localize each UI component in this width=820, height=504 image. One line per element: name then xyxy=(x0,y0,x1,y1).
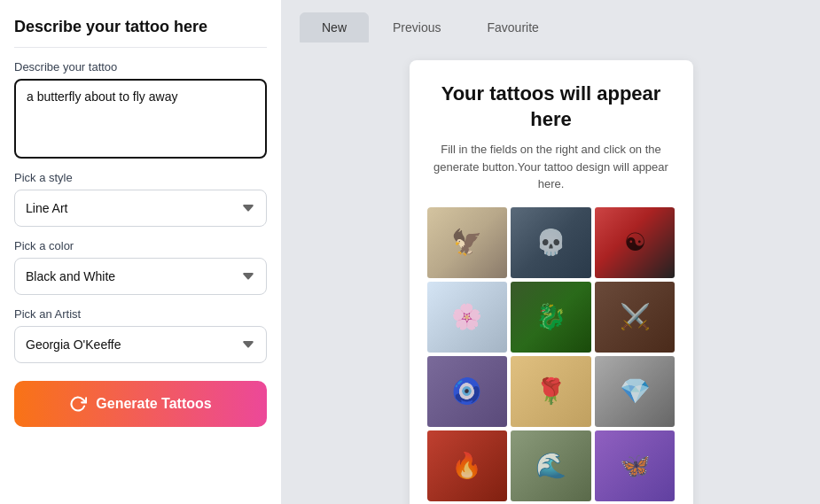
tattoo-thumb-5: 🐉 xyxy=(511,282,591,353)
tab-favourite[interactable]: Favourite xyxy=(465,12,560,43)
color-select[interactable]: Black and White Full Color Grayscale Pas… xyxy=(14,258,267,295)
artist-select[interactable]: Georgia O'Keeffe Salvador Dali Pablo Pic… xyxy=(14,326,267,363)
description-label: Describe your tattoo xyxy=(14,60,267,74)
tattoo-thumb-3: ☯ xyxy=(595,207,676,278)
card-title: Your tattoos will appear here xyxy=(427,81,676,132)
right-panel: New Previous Favourite Your tattoos will… xyxy=(282,0,820,504)
main-content-area: Your tattoos will appear here Fill in th… xyxy=(282,43,820,504)
tattoo-preview-card: Your tattoos will appear here Fill in th… xyxy=(410,60,693,504)
page-title: Describe your tattoo here xyxy=(14,18,267,48)
style-label: Pick a style xyxy=(14,171,267,184)
tattoo-thumb-6: ⚔️ xyxy=(595,282,676,353)
tattoo-collage: 🦅 💀 ☯ 🌸 🐉 ⚔️ 🧿 🌹 💎 🔥 🌊 🦋 xyxy=(427,207,676,501)
generate-button-label: Generate Tattoos xyxy=(96,396,211,412)
tattoo-thumb-4: 🌸 xyxy=(427,282,508,353)
style-field-group: Pick a style Line Art Realistic Watercol… xyxy=(14,171,267,227)
tattoo-thumb-2: 💀 xyxy=(511,207,591,278)
refresh-icon xyxy=(69,395,87,413)
description-input[interactable]: a butterfly about to fly away xyxy=(14,79,267,159)
generate-button[interactable]: Generate Tattoos xyxy=(14,381,267,427)
color-field-group: Pick a color Black and White Full Color … xyxy=(14,239,267,295)
tattoo-thumb-11: 🌊 xyxy=(511,430,591,501)
tattoo-thumb-8: 🌹 xyxy=(511,356,591,427)
tattoo-thumb-1: 🦅 xyxy=(427,207,508,278)
artist-label: Pick an Artist xyxy=(14,307,267,321)
tattoo-thumb-7: 🧿 xyxy=(427,356,508,427)
tattoo-thumb-12: 🦋 xyxy=(595,430,676,501)
color-label: Pick a color xyxy=(14,239,267,252)
tabs-container: New Previous Favourite xyxy=(282,0,820,43)
style-select[interactable]: Line Art Realistic Watercolor Tribal Jap… xyxy=(14,190,267,227)
tattoo-thumb-10: 🔥 xyxy=(427,430,508,501)
tab-new[interactable]: New xyxy=(300,12,369,43)
card-subtitle: Fill in the fields on the right and clic… xyxy=(427,141,676,193)
tattoo-thumb-9: 💎 xyxy=(595,356,676,427)
description-field-group: Describe your tattoo a butterfly about t… xyxy=(14,60,267,159)
artist-field-group: Pick an Artist Georgia O'Keeffe Salvador… xyxy=(14,307,267,363)
tab-previous[interactable]: Previous xyxy=(371,12,463,43)
left-panel: Describe your tattoo here Describe your … xyxy=(0,0,282,504)
